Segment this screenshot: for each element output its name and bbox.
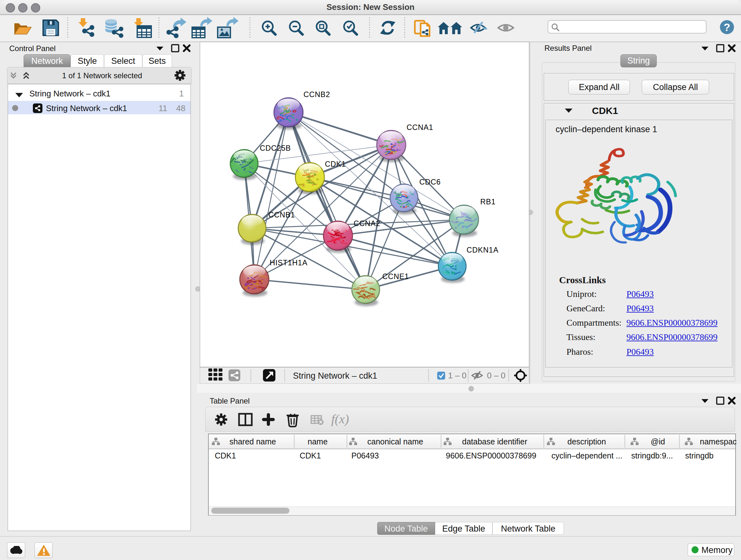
- svg-text:String Network – cdk1: String Network – cdk1: [293, 371, 377, 381]
- svg-text:CCNA1: CCNA1: [407, 123, 433, 132]
- svg-text:CCNB1: CCNB1: [268, 211, 295, 219]
- svg-text:CCNB2: CCNB2: [304, 90, 330, 99]
- svg-text:0 – 0: 0 – 0: [487, 371, 506, 380]
- svg-text:CDC25B: CDC25B: [260, 144, 291, 152]
- svg-text:RB1: RB1: [480, 198, 495, 206]
- svg-text:CCNE1: CCNE1: [382, 272, 409, 281]
- svg-text:1 – 0: 1 – 0: [448, 371, 467, 380]
- svg-text:CDKN1A: CDKN1A: [467, 246, 498, 254]
- svg-text:CDK1: CDK1: [325, 160, 346, 168]
- svg-text:f(x): f(x): [331, 412, 349, 426]
- svg-text:CCNA2: CCNA2: [354, 219, 381, 228]
- svg-text:CDC6: CDC6: [419, 178, 441, 186]
- svg-text:HIST1H1A: HIST1H1A: [270, 259, 308, 267]
